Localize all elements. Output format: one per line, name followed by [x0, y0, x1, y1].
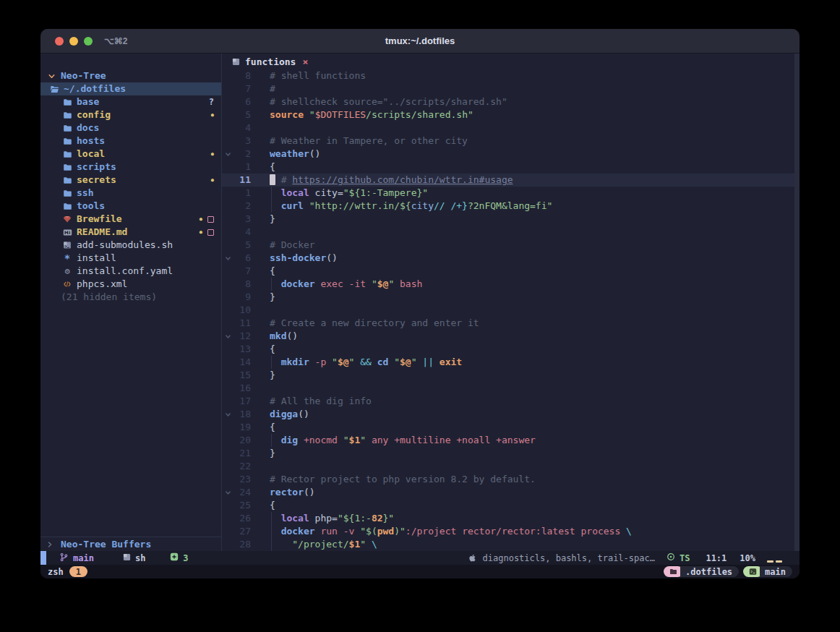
code-line[interactable]: 13{	[222, 343, 800, 356]
code-token: 82	[372, 513, 383, 524]
code-line[interactable]: 5# Docker	[222, 239, 800, 252]
line-number: 28	[233, 538, 251, 551]
code-line[interactable]: 5source "$DOTFILES/scripts/shared.sh"	[222, 108, 800, 121]
tree-item-install[interactable]: *install	[40, 252, 221, 265]
script-icon	[62, 241, 72, 249]
code-line[interactable]: 8docker exec -it "$@" bash	[222, 278, 800, 291]
code-line[interactable]: 12mkd()	[222, 330, 800, 343]
code-line[interactable]: 1{	[222, 161, 800, 174]
code-line[interactable]: 11# Create a new directory and enter it	[222, 317, 800, 330]
code-line[interactable]: 4	[222, 121, 800, 134]
code-line[interactable]: 24rector()	[222, 486, 800, 499]
indent-guide	[270, 434, 281, 447]
tab-close-icon[interactable]: ×	[302, 56, 308, 67]
neo-tree-buffers-section[interactable]: Neo-Tree Buffers	[40, 537, 221, 551]
code-token: $1	[349, 435, 361, 445]
tree-item-config[interactable]: config	[40, 108, 221, 121]
code-line[interactable]: 3}	[222, 213, 800, 226]
code-line-text: {	[270, 499, 275, 512]
code-line[interactable]: 3# Weather in Tampere, or other city	[222, 134, 800, 148]
code-line[interactable]: 4	[222, 226, 800, 239]
code-line[interactable]: 26local php="${1:-82}"	[222, 512, 800, 525]
tree-item-21-hidden-items[interactable]: (21 hidden items)	[40, 291, 221, 304]
code-line-text: {	[270, 265, 275, 278]
code-line[interactable]: 27docker run -v "$(pwd)":/project rector…	[222, 525, 800, 538]
tree-item-hosts[interactable]: hosts	[40, 134, 221, 148]
code-line[interactable]: 22	[222, 460, 800, 473]
code-token	[372, 356, 377, 367]
tab-functions[interactable]: functions ×	[232, 55, 308, 69]
code-line[interactable]: 21}	[222, 447, 800, 460]
code-line[interactable]: 9}	[222, 291, 800, 304]
code-line[interactable]: 6ssh-docker()	[222, 252, 800, 265]
code-line[interactable]: 11 # https://github.com/chubin/wttr.in#u…	[222, 174, 800, 187]
git-status-badges	[200, 216, 214, 223]
fold-open-icon[interactable]	[222, 490, 233, 496]
code-token: \	[372, 539, 377, 550]
tree-item-tools[interactable]: tools	[40, 200, 221, 213]
git-dot-badge	[211, 112, 214, 118]
line-number: 8	[233, 278, 251, 291]
tree-item-readme-md[interactable]: README.md	[40, 226, 221, 239]
code-line[interactable]: 15}	[222, 369, 800, 382]
statusline: main sh 3 diagnosticls, bashls, trail-sp…	[40, 551, 800, 565]
fold-open-icon[interactable]	[222, 151, 233, 158]
code-line[interactable]: 23# Rector project to php version 8.2 by…	[222, 473, 800, 486]
code-line[interactable]: 8# shell functions	[222, 69, 800, 82]
code-token: ||	[422, 356, 434, 367]
code-line[interactable]: 2weather()	[222, 148, 800, 161]
code-token: ()	[286, 330, 298, 341]
code-line[interactable]: 28 "/project/$1" \	[222, 538, 800, 551]
tree-item-docs[interactable]: docs	[40, 121, 221, 134]
tree-item-secrets[interactable]: secrets	[40, 174, 221, 187]
code-line[interactable]: 16	[222, 382, 800, 395]
tmux-window-item[interactable]: zsh 1	[48, 566, 87, 577]
tree-item-neo-tree[interactable]: Neo-Tree	[40, 69, 221, 82]
fold-open-icon[interactable]	[222, 255, 233, 262]
code-line[interactable]: 14mkdir -p "$@" && cd "$@" || exit	[222, 356, 800, 369]
code-line[interactable]: 17# All the dig info	[222, 395, 800, 408]
indent-guide	[270, 356, 281, 369]
line-number: 7	[233, 82, 251, 95]
code-line[interactable]: 19{	[222, 421, 800, 434]
code-line[interactable]: 7{	[222, 265, 800, 278]
code-line[interactable]: 18digga()	[222, 408, 800, 421]
code-line-text: {	[270, 421, 275, 434]
code-token: weather	[270, 148, 309, 159]
code-line-text: # shell functions	[270, 69, 366, 82]
folder-icon	[62, 202, 72, 211]
code-line[interactable]: 7#	[222, 82, 800, 95]
tree-item-brewfile[interactable]: Brewfile	[40, 213, 221, 226]
code-line[interactable]: 10	[222, 304, 800, 317]
tree-item-install-conf-yaml[interactable]: ⚙install.conf.yaml	[40, 265, 221, 278]
code-line[interactable]: 1local city="${1:-Tampere}"	[222, 187, 800, 200]
tree-item-label: ~/.dotfiles	[64, 82, 126, 95]
fold-open-icon[interactable]	[222, 333, 233, 340]
code-line[interactable]: 20dig +nocmd "$1" any +multiline +noall …	[222, 434, 800, 447]
line-number: 16	[233, 382, 251, 395]
tree-item-local[interactable]: local	[40, 148, 221, 161]
code-line[interactable]: 6# shellcheck source="../scripts/shared.…	[222, 95, 800, 108]
lsp-servers-label: diagnosticls, bashls, trail-spac…	[483, 553, 655, 563]
tree-item-label: Brewfile	[77, 213, 122, 226]
fold-open-icon[interactable]	[222, 411, 233, 418]
line-number: 11	[233, 317, 251, 330]
code-token	[309, 356, 315, 367]
tmux-branch-segment: main	[743, 566, 792, 577]
git-dot-badge	[211, 151, 214, 157]
tree-item-phpcs-xml[interactable]: phpcs.xml	[40, 278, 221, 291]
tree-item-scripts[interactable]: scripts	[40, 161, 221, 174]
code-line[interactable]: 2curl "http://wttr.in/${city// /+}?2nFQM…	[222, 200, 800, 213]
tree-item-label: ssh	[77, 187, 93, 200]
scrollbar[interactable]	[794, 54, 800, 551]
tree-item-ssh[interactable]: ssh	[40, 187, 221, 200]
code-token: }	[270, 448, 275, 458]
tree-item-dotfiles[interactable]: ~/.dotfiles	[40, 82, 221, 95]
tree-item-base[interactable]: base?	[40, 95, 221, 108]
line-number: 12	[233, 330, 251, 343]
line-number: 17	[233, 395, 251, 408]
code-line[interactable]: 25{	[222, 499, 800, 512]
file-icon	[232, 55, 240, 69]
folder-icon	[62, 176, 72, 185]
tree-item-add-submodules-sh[interactable]: add-submodules.sh	[40, 239, 221, 252]
